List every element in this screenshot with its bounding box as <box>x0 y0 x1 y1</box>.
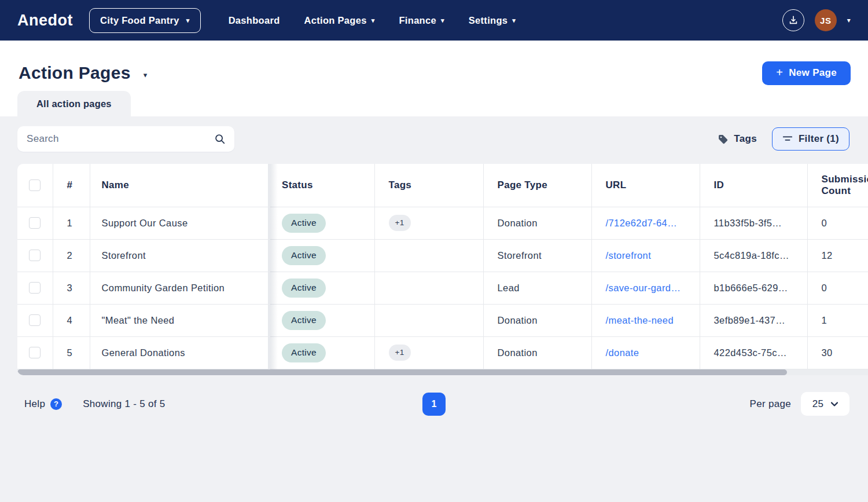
submission-count: 30 <box>807 336 868 369</box>
row-checkbox[interactable] <box>29 250 41 261</box>
pinned-column-divider <box>268 164 270 369</box>
showing-count: Showing 1 - 5 of 5 <box>83 398 165 410</box>
table-row: 4"Meat" the NeedActiveDonation/meat-the-… <box>17 304 868 336</box>
nav-item-settings[interactable]: Settings ▾ <box>469 15 516 26</box>
column-header-id: ID <box>700 164 807 207</box>
per-page-select[interactable]: 25 <box>801 392 849 416</box>
nav-item-label: Dashboard <box>229 15 280 26</box>
submission-count: 0 <box>807 272 868 304</box>
title-dropdown-caret-icon[interactable]: ▾ <box>144 67 148 79</box>
status-badge: Active <box>282 311 326 330</box>
submission-count: 12 <box>807 239 868 272</box>
page-id: 5c4c819a-18fc… <box>700 239 807 272</box>
horizontal-scrollbar-track[interactable] <box>17 369 868 375</box>
row-number: 1 <box>53 207 90 239</box>
column-header-tags: Tags <box>374 164 483 207</box>
column-header-page-type: Page Type <box>483 164 591 207</box>
chevron-down-icon: ▾ <box>441 17 444 24</box>
tab-all-action-pages[interactable]: All action pages <box>17 91 131 116</box>
avatar[interactable]: JS <box>815 9 837 31</box>
account-menu-caret-icon[interactable]: ▾ <box>847 16 851 24</box>
page-url-link[interactable]: /donate <box>606 347 639 358</box>
row-checkbox[interactable] <box>29 217 41 229</box>
row-checkbox[interactable] <box>29 347 41 358</box>
row-number: 5 <box>53 336 90 369</box>
status-badge: Active <box>282 343 326 362</box>
help-label: Help <box>24 398 45 410</box>
page-url-link[interactable]: /meat-the-need <box>606 315 674 325</box>
status-cell: Active <box>268 272 374 304</box>
page-type: Lead <box>483 272 591 304</box>
status-cell: Active <box>268 304 374 336</box>
chevron-down-icon: ▾ <box>186 17 190 24</box>
url-cell: /meat-the-need <box>591 304 700 336</box>
page-type: Donation <box>483 336 591 369</box>
page-type: Storefront <box>483 239 591 272</box>
page-type: Donation <box>483 304 591 336</box>
search-icon <box>214 133 226 148</box>
url-cell: /save-our-gard… <box>591 272 700 304</box>
page-name: Support Our Cause <box>90 207 268 239</box>
nav-item-label: Action Pages <box>304 15 367 26</box>
page-id: 422d453c-75c… <box>700 336 807 369</box>
nav-item-finance[interactable]: Finance ▾ <box>399 15 444 26</box>
page-id: 11b33f5b-3f5… <box>700 207 807 239</box>
download-button[interactable] <box>782 9 804 31</box>
nav-item-dashboard[interactable]: Dashboard <box>229 15 280 26</box>
column-header-submission-count: Submission Count <box>807 164 868 207</box>
page-id: b1b666e5-629… <box>700 272 807 304</box>
nav-item-action-pages[interactable]: Action Pages ▾ <box>304 15 375 26</box>
table-header-row: # Name Status Tags Page Type URL ID Subm… <box>17 164 868 207</box>
tags-cell <box>374 272 483 304</box>
tags-cell <box>374 239 483 272</box>
new-page-button[interactable]: + New Page <box>762 61 851 85</box>
table-footer: Help ? Showing 1 - 5 of 5 1 Per page 25 <box>0 393 868 416</box>
row-checkbox-cell <box>17 304 53 336</box>
table-row: 2StorefrontActiveStorefront/storefront5c… <box>17 239 868 272</box>
page-type: Donation <box>483 207 591 239</box>
filter-button[interactable]: Filter (1) <box>772 127 849 151</box>
anedot-logo[interactable]: Anedot <box>17 12 73 30</box>
page-id: 3efb89e1-437… <box>700 304 807 336</box>
column-header-url: URL <box>591 164 700 207</box>
status-cell: Active <box>268 207 374 239</box>
page-name: General Donations <box>90 336 268 369</box>
row-checkbox-cell <box>17 207 53 239</box>
tag-count-badge[interactable]: +1 <box>389 215 411 231</box>
submission-count: 0 <box>807 207 868 239</box>
page-url-link[interactable]: /save-our-gard… <box>606 283 681 293</box>
column-header-num: # <box>53 164 90 207</box>
search-input[interactable] <box>17 126 234 152</box>
page-url-link[interactable]: /storefront <box>606 250 652 261</box>
row-number: 3 <box>53 272 90 304</box>
tags-label: Tags <box>734 133 757 145</box>
pagination-page-1-button[interactable]: 1 <box>422 393 446 416</box>
help-question-icon: ? <box>50 398 62 410</box>
row-checkbox[interactable] <box>29 314 41 326</box>
column-header-status: Status <box>268 164 374 207</box>
status-badge: Active <box>282 246 326 265</box>
row-checkbox-cell <box>17 272 53 304</box>
status-badge: Active <box>282 279 326 298</box>
status-badge: Active <box>282 214 326 233</box>
select-all-checkbox[interactable] <box>29 179 41 191</box>
per-page-label: Per page <box>750 398 791 410</box>
help-button[interactable]: Help ? <box>24 398 62 410</box>
page-title: Action Pages <box>19 63 131 83</box>
chevron-down-icon <box>831 402 838 406</box>
status-cell: Active <box>268 239 374 272</box>
plus-icon: + <box>776 66 783 80</box>
row-checkbox[interactable] <box>29 282 41 294</box>
column-header-name: Name <box>90 164 268 207</box>
tags-cell: +1 <box>374 336 483 369</box>
table-toolbar: Tags Filter (1) <box>0 126 868 152</box>
chevron-down-icon: ▾ <box>512 17 516 24</box>
tag-icon <box>718 134 729 145</box>
tags-button[interactable]: Tags <box>718 133 757 145</box>
horizontal-scrollbar-thumb[interactable] <box>17 369 787 375</box>
new-page-label: New Page <box>789 67 837 79</box>
filter-icon <box>782 134 793 144</box>
organization-selector[interactable]: City Food Pantry ▾ <box>89 8 201 33</box>
page-url-link[interactable]: /712e62d7-64… <box>606 218 678 228</box>
tag-count-badge[interactable]: +1 <box>389 345 411 361</box>
